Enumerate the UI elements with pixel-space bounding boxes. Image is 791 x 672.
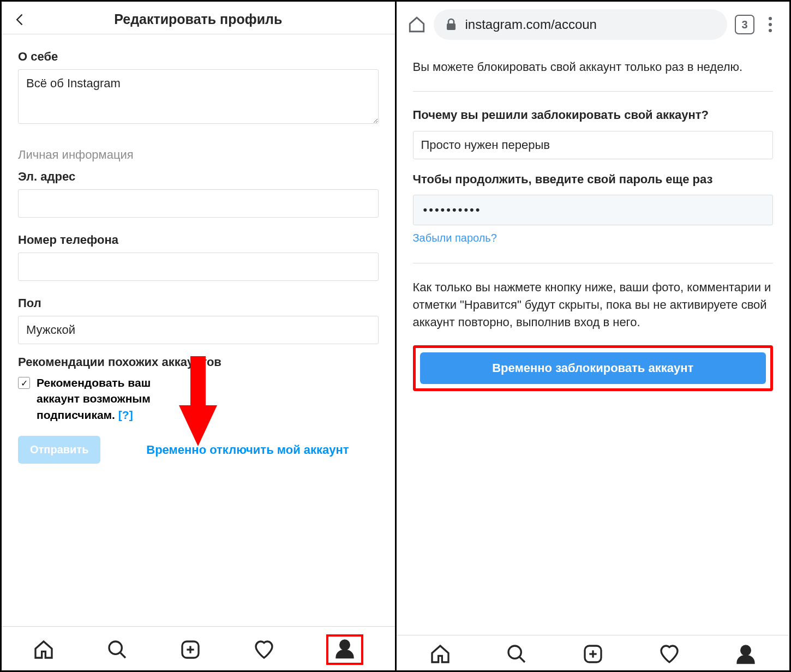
forgot-password-link[interactable]: Забыли пароль? [413, 232, 497, 244]
nav-home-icon[interactable] [429, 643, 451, 665]
nav-search-icon[interactable] [506, 643, 528, 665]
nav-home-icon[interactable] [33, 639, 55, 661]
reenter-password-label: Чтобы продолжить, введите свой пароль ещ… [413, 171, 774, 188]
divider [413, 263, 774, 263]
svg-line-3 [121, 653, 125, 658]
bio-textarea[interactable]: Всё об Instagram [18, 69, 379, 124]
browser-menu-icon[interactable] [762, 17, 778, 32]
divider [413, 91, 774, 92]
reason-select[interactable]: Просто нужен перерыв [413, 131, 774, 159]
bottom-nav [397, 635, 790, 670]
page-title: Редактировать профиль [28, 11, 369, 27]
reason-label: Почему вы решили заблокировать свой акка… [413, 107, 774, 123]
red-arrow-annotation [176, 356, 220, 449]
browser-toolbar: instagram.com/accoun 3 [397, 2, 790, 47]
temporarily-disable-account-button[interactable]: Временно заблокировать аккаунт [420, 352, 766, 384]
svg-marker-1 [179, 405, 217, 446]
disable-account-page: Вы можете блокировать свой аккаунт тольк… [397, 47, 790, 635]
email-field[interactable] [18, 189, 379, 218]
nav-activity-icon[interactable] [253, 639, 275, 661]
svg-point-14 [741, 646, 751, 655]
recommend-checkbox[interactable]: ✓ [18, 377, 30, 389]
nav-search-icon[interactable] [106, 639, 128, 661]
password-field[interactable] [413, 195, 774, 225]
svg-point-9 [508, 646, 521, 658]
address-bar[interactable]: instagram.com/accoun [434, 9, 728, 40]
nav-profile-highlight [326, 634, 363, 665]
back-icon[interactable] [13, 12, 28, 27]
url-text: instagram.com/accoun [465, 17, 597, 32]
bio-label: О себе [18, 50, 379, 64]
recommend-help-link[interactable]: [?] [118, 409, 133, 421]
disable-consequence-notice: Как только вы нажмете кнопку ниже, ваши … [413, 279, 774, 331]
svg-point-2 [109, 641, 122, 654]
recommend-text-content: Рекомендовать ваш аккаунт возможным подп… [37, 376, 151, 421]
svg-line-10 [519, 657, 524, 662]
svg-rect-0 [190, 356, 206, 408]
browser-home-icon[interactable] [408, 15, 426, 34]
tabs-count-badge[interactable]: 3 [735, 15, 754, 34]
nav-add-icon[interactable] [179, 639, 201, 661]
disable-button-highlight: Временно заблокировать аккаунт [413, 345, 774, 391]
edit-profile-header: Редактировать профиль [2, 2, 395, 34]
phone-label: Номер телефона [18, 233, 379, 247]
weekly-limit-notice: Вы можете блокировать свой аккаунт тольк… [413, 58, 774, 76]
temporarily-disable-link[interactable]: Временно отключить мой аккаунт [117, 442, 378, 458]
nav-activity-icon[interactable] [658, 643, 680, 665]
nav-add-icon[interactable] [582, 643, 604, 665]
gender-label: Пол [18, 296, 379, 310]
submit-button[interactable]: Отправить [18, 436, 100, 464]
phone-field[interactable] [18, 253, 379, 281]
email-label: Эл. адрес [18, 170, 379, 184]
edit-profile-form: О себе Всё об Instagram Личная информаци… [2, 34, 395, 626]
nav-profile-icon[interactable] [334, 638, 356, 659]
bottom-nav [2, 626, 395, 670]
personal-info-section: Личная информация [18, 148, 379, 162]
nav-profile-icon[interactable] [735, 643, 757, 665]
recommend-text: Рекомендовать ваш аккаунт возможным подп… [37, 375, 178, 423]
lock-icon [446, 18, 457, 31]
svg-point-7 [340, 640, 350, 650]
svg-rect-8 [447, 23, 456, 30]
gender-select[interactable]: Мужской [18, 316, 379, 344]
